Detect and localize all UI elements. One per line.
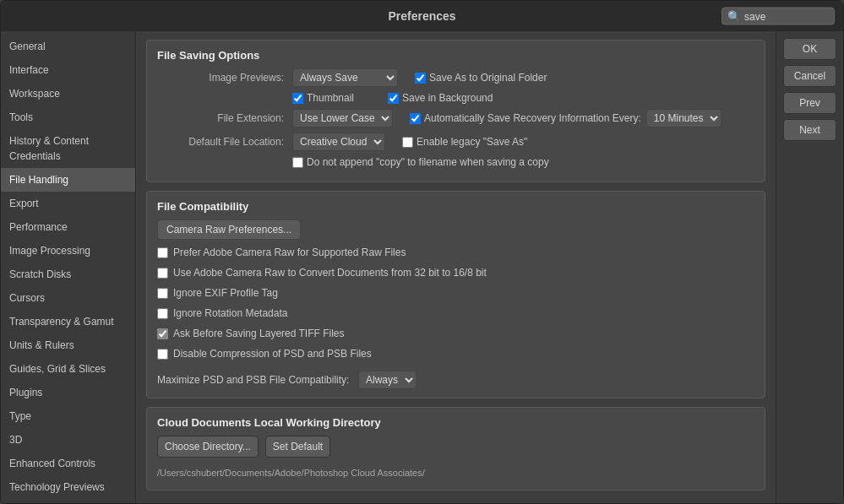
sidebar-item-type[interactable]: Type bbox=[1, 404, 135, 428]
main-layout: GeneralInterfaceWorkspaceToolsHistory & … bbox=[1, 31, 843, 503]
disable-compression-label: Disable Compression of PSD and PSB Files bbox=[173, 348, 372, 360]
sidebar-item-cursors[interactable]: Cursors bbox=[1, 286, 135, 310]
sidebar-item-workspace[interactable]: Workspace bbox=[1, 82, 135, 106]
no-copy-row: Do not append "copy" to filename when sa… bbox=[157, 156, 754, 168]
sidebar-item-plugins[interactable]: Plugins bbox=[1, 381, 135, 404]
auto-save-label: Automatically Save Recovery Information … bbox=[424, 112, 641, 124]
no-copy-label: Do not append "copy" to filename when sa… bbox=[307, 156, 549, 168]
search-input[interactable] bbox=[744, 10, 829, 22]
compat-cb-4: Ignore Rotation Metadata bbox=[157, 307, 754, 319]
sidebar-item-scratch-disks[interactable]: Scratch Disks bbox=[1, 263, 135, 286]
image-previews-row: Image Previews: Always Save Never Save A… bbox=[157, 68, 754, 87]
disable-compression-checkbox[interactable] bbox=[157, 349, 168, 360]
thumbnail-label: Thumbnail bbox=[307, 92, 354, 104]
cloud-documents-section: Cloud Documents Local Working Directory … bbox=[146, 407, 765, 490]
file-extension-row: File Extension: Use Lower Case Use Upper… bbox=[157, 109, 754, 127]
sidebar-item-history---content-credentials[interactable]: History & Content Credentials bbox=[1, 129, 135, 168]
buttons-panel: OK Cancel Prev Next bbox=[776, 31, 843, 503]
no-copy-checkbox[interactable] bbox=[292, 157, 303, 168]
sidebar-item-guides--grid---slices[interactable]: Guides, Grid & Slices bbox=[1, 357, 135, 381]
sidebar-item-performance[interactable]: Performance bbox=[1, 215, 135, 239]
sidebar-item-transparency---gamut[interactable]: Transparency & Gamut bbox=[1, 310, 135, 333]
file-saving-section: File Saving Options Image Previews: Alwa… bbox=[146, 40, 765, 182]
sidebar-item-enhanced-controls[interactable]: Enhanced Controls bbox=[1, 452, 135, 475]
no-copy-control: Do not append "copy" to filename when sa… bbox=[292, 156, 754, 168]
default-location-row: Default File Location: Creative Cloud Do… bbox=[157, 133, 754, 151]
ignore-rotation-label: Ignore Rotation Metadata bbox=[173, 307, 287, 319]
recent-files-row: Recent File List Contains: files bbox=[146, 499, 765, 503]
use-camera-raw-convert-checkbox[interactable] bbox=[157, 268, 168, 279]
cloud-path: /Users/cshubert/Documents/Adobe/Photosho… bbox=[157, 464, 754, 481]
auto-save-checkbox[interactable] bbox=[410, 113, 421, 124]
sidebar-item-file-handling[interactable]: File Handling bbox=[1, 168, 135, 192]
ok-button[interactable]: OK bbox=[783, 38, 836, 60]
save-background-checkbox[interactable] bbox=[388, 93, 399, 104]
sidebar: GeneralInterfaceWorkspaceToolsHistory & … bbox=[1, 31, 136, 503]
title-bar: Preferences 🔍 bbox=[1, 1, 843, 31]
sidebar-item-early-access---internal[interactable]: Early Access - Internal bbox=[1, 499, 135, 503]
ignore-exif-checkbox[interactable] bbox=[157, 288, 168, 299]
default-location-control: Creative Cloud Documents Desktop Enable … bbox=[292, 133, 754, 151]
thumbnail-row: Thumbnail Save in Background bbox=[157, 92, 754, 104]
prefer-camera-raw-checkbox[interactable] bbox=[157, 247, 168, 258]
file-saving-title: File Saving Options bbox=[157, 49, 754, 62]
auto-save-interval-select[interactable]: 1 Minute 5 Minutes 10 Minutes 15 Minutes… bbox=[646, 109, 721, 127]
sidebar-item-technology-previews[interactable]: Technology Previews bbox=[1, 475, 135, 499]
cancel-button[interactable]: Cancel bbox=[783, 65, 836, 87]
content-area: File Saving Options Image Previews: Alwa… bbox=[136, 31, 776, 503]
file-compatibility-title: File Compatibility bbox=[157, 200, 754, 213]
ignore-exif-label: Ignore EXIF Profile Tag bbox=[173, 287, 278, 299]
file-extension-control: Use Lower Case Use Upper Case Automatica… bbox=[292, 109, 754, 127]
search-box[interactable]: 🔍 bbox=[721, 8, 835, 25]
compat-cb-5: Ask Before Saving Layered TIFF Files bbox=[157, 328, 754, 339]
thumbnail-checkbox[interactable] bbox=[292, 93, 303, 104]
use-camera-raw-convert-label: Use Adobe Camera Raw to Convert Document… bbox=[173, 267, 487, 279]
window-title: Preferences bbox=[388, 9, 455, 23]
compat-cb-2: Use Adobe Camera Raw to Convert Document… bbox=[157, 267, 754, 279]
file-compatibility-section: File Compatibility Camera Raw Preference… bbox=[146, 191, 765, 398]
compat-cb-3: Ignore EXIF Profile Tag bbox=[157, 287, 754, 299]
ask-tiff-checkbox[interactable] bbox=[157, 328, 168, 339]
save-background-label: Save in Background bbox=[402, 92, 493, 104]
image-previews-select[interactable]: Always Save Never Save Ask When Saving bbox=[292, 68, 398, 87]
sidebar-item-tools[interactable]: Tools bbox=[1, 106, 135, 129]
cloud-documents-title: Cloud Documents Local Working Directory bbox=[157, 416, 754, 429]
camera-raw-prefs-button[interactable]: Camera Raw Preferences... bbox=[157, 219, 301, 240]
sidebar-item-image-processing[interactable]: Image Processing bbox=[1, 239, 135, 263]
thumbnail-control: Thumbnail Save in Background bbox=[292, 92, 754, 104]
default-location-select[interactable]: Creative Cloud Documents Desktop bbox=[292, 133, 385, 151]
maximize-select[interactable]: Always Never Ask bbox=[358, 371, 417, 389]
sidebar-item-units---rulers[interactable]: Units & Rulers bbox=[1, 333, 135, 357]
set-default-button[interactable]: Set Default bbox=[265, 436, 330, 458]
save-as-original-checkbox[interactable] bbox=[415, 73, 426, 84]
save-as-original-label: Save As to Original Folder bbox=[429, 72, 547, 84]
enable-legacy-checkbox[interactable] bbox=[402, 137, 413, 148]
maximize-label: Maximize PSD and PSB File Compatibility: bbox=[157, 374, 351, 386]
next-button[interactable]: Next bbox=[783, 119, 836, 141]
sidebar-item-interface[interactable]: Interface bbox=[1, 58, 135, 82]
cloud-dir-buttons: Choose Directory... Set Default bbox=[157, 436, 754, 458]
image-previews-control: Always Save Never Save Ask When Saving S… bbox=[292, 68, 754, 87]
prev-button[interactable]: Prev bbox=[783, 92, 836, 114]
compat-cb-6: Disable Compression of PSD and PSB Files bbox=[157, 348, 754, 360]
sidebar-item-general[interactable]: General bbox=[1, 35, 135, 58]
sidebar-item-export[interactable]: Export bbox=[1, 192, 135, 215]
search-icon: 🔍 bbox=[727, 10, 741, 23]
default-location-label: Default File Location: bbox=[157, 136, 292, 148]
choose-directory-button[interactable]: Choose Directory... bbox=[157, 436, 259, 458]
preferences-window: Preferences 🔍 GeneralInterfaceWorkspaceT… bbox=[0, 0, 844, 504]
prefer-camera-raw-label: Prefer Adobe Camera Raw for Supported Ra… bbox=[173, 247, 406, 258]
compat-checkboxes: Prefer Adobe Camera Raw for Supported Ra… bbox=[157, 247, 754, 364]
maximize-row: Maximize PSD and PSB File Compatibility:… bbox=[157, 371, 754, 389]
enable-legacy-label: Enable legacy "Save As" bbox=[417, 136, 527, 148]
image-previews-label: Image Previews: bbox=[157, 72, 292, 84]
file-extension-label: File Extension: bbox=[157, 112, 292, 124]
sidebar-item-3d[interactable]: 3D bbox=[1, 428, 135, 452]
ignore-rotation-checkbox[interactable] bbox=[157, 308, 168, 319]
compat-cb-1: Prefer Adobe Camera Raw for Supported Ra… bbox=[157, 247, 754, 258]
ask-tiff-label: Ask Before Saving Layered TIFF Files bbox=[173, 328, 345, 339]
file-extension-select[interactable]: Use Lower Case Use Upper Case bbox=[292, 109, 393, 127]
